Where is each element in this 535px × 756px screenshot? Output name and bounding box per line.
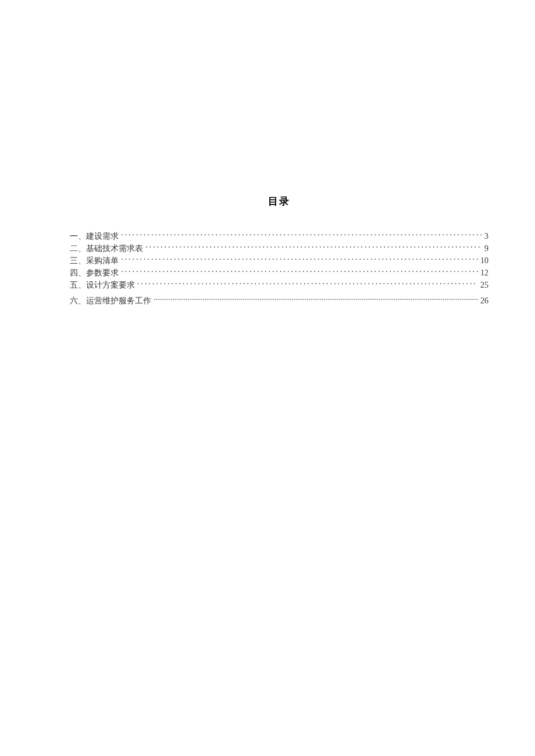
toc-entry-label: 二、基础技术需求表 [70,242,145,255]
toc-entry-label: 六、运营维护服务工作 [70,295,154,307]
toc-leader-dots [121,231,482,239]
toc-entry-page: 26 [478,295,488,307]
toc-entry: 四、参数要求 12 [70,267,488,279]
toc-entry-page: 12 [478,267,488,279]
toc-entry: 六、运营维护服务工作 26 [70,295,488,307]
toc-leader-dots [145,243,482,251]
toc-entry: 一、建设需求 3 [70,230,488,242]
toc-entry: 三、采购清单 10 [70,255,488,267]
toc-entry-page: 3 [482,230,488,242]
toc-entry-page: 10 [478,255,488,267]
toc-leader-dots [121,255,478,263]
page-container: 目录 一、建设需求 3 二、基础技术需求表 9 三、采购清单 10 四、参数要求… [0,0,535,307]
toc-leader-dots [154,295,478,303]
toc-entry: 五、设计方案要求 25 [70,279,488,291]
toc-entry: 二、基础技术需求表 9 [70,242,488,255]
toc-entry-label: 一、建设需求 [70,230,121,242]
toc-entry-page: 9 [482,242,488,255]
toc-leader-dots [121,267,478,275]
toc-entry-page: 25 [478,279,488,291]
toc-title: 目录 [70,195,488,208]
toc-entry-label: 四、参数要求 [70,267,121,279]
toc-leader-dots [137,280,478,288]
toc-entry-label: 三、采购清单 [70,255,121,267]
toc-list: 一、建设需求 3 二、基础技术需求表 9 三、采购清单 10 四、参数要求 12… [70,230,488,307]
toc-entry-label: 五、设计方案要求 [70,279,137,291]
